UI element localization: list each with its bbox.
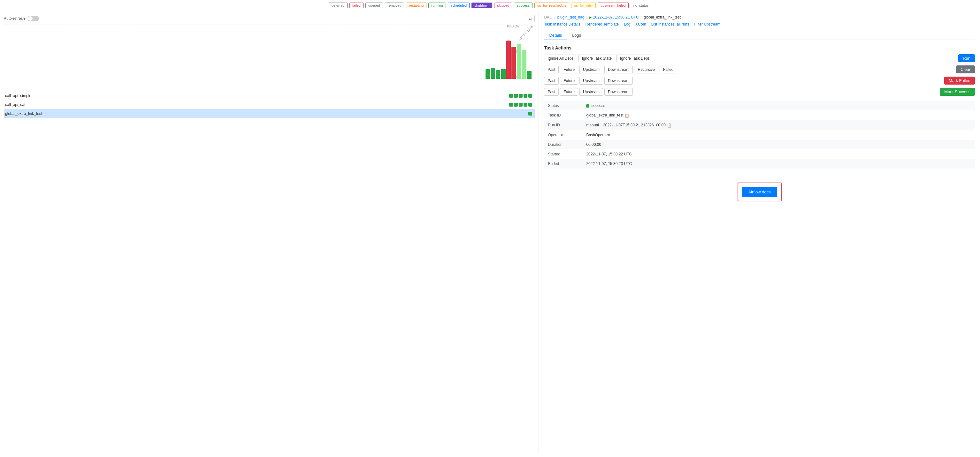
nav-link-xcom[interactable]: XCom	[635, 22, 646, 27]
task-status-dots	[528, 112, 535, 116]
status-bar: deferredfailedqueuedremovedrestartingrun…	[0, 0, 980, 11]
detail-value: 2022-11-07, 15:30:22 UTC	[582, 149, 975, 159]
detail-value: 2022-11-07, 15:30:23 UTC	[582, 159, 975, 168]
docs-area: Airflow docs	[738, 182, 782, 202]
pill-btn-upstream[interactable]: Upstream	[579, 77, 603, 84]
bar	[501, 68, 506, 79]
detail-row: Task IDglobal_extra_link_test📋	[544, 110, 975, 120]
task-row[interactable]: call_api_cat	[4, 100, 535, 109]
bar	[506, 41, 511, 79]
status-badge-running[interactable]: running	[428, 3, 446, 8]
chart-area: 00:00:02 00:00:01 00:00:00 Nov 04, 15:49	[4, 25, 535, 89]
status-green-dot	[586, 104, 589, 108]
pill-btn-future[interactable]: Future	[560, 88, 578, 96]
status-badge-upstream_failed[interactable]: upstream_failed	[598, 3, 628, 8]
pill-btn-past[interactable]: Past	[544, 77, 559, 84]
pill-btn-future[interactable]: Future	[560, 66, 578, 73]
pill-btn-ignore-task-state[interactable]: Ignore Task State	[579, 55, 615, 62]
pill-btn-past[interactable]: Past	[544, 88, 559, 96]
airflow-docs-button[interactable]: Airflow docs	[742, 187, 777, 197]
detail-value-text: BashOperator	[586, 133, 610, 137]
breadcrumb-task-name: global_extra_link_test	[644, 15, 681, 19]
status-badge-deferred[interactable]: deferred	[329, 3, 348, 8]
chart-grid	[4, 25, 531, 79]
status-badge-up_for_reschedule[interactable]: up_for_reschedule	[535, 3, 569, 8]
nav-link-rendered-template[interactable]: Rendered Template	[585, 22, 619, 27]
bar	[511, 47, 516, 79]
detail-row: OperatorBashOperator	[544, 130, 975, 140]
run-icon: ▶	[589, 16, 592, 19]
pill-btn-ignore-task-deps[interactable]: Ignore Task Deps	[616, 55, 653, 62]
detail-label: Task ID	[544, 110, 582, 120]
bar	[496, 70, 500, 79]
breadcrumb-sep-1: /	[554, 15, 555, 19]
detail-row: Ended2022-11-07, 15:30:23 UTC	[544, 159, 975, 168]
action-submit-clear[interactable]: Clear	[956, 65, 975, 73]
breadcrumb-run: ▶ 2022-11-07, 15:30:21 UTC	[589, 15, 639, 19]
pill-btn-future[interactable]: Future	[560, 77, 578, 84]
status-badge-up_for_retry[interactable]: up_for_retry	[571, 3, 596, 8]
copy-icon[interactable]: 📋	[667, 123, 671, 128]
detail-value-text: global_extra_link_test	[586, 113, 623, 117]
pill-btn-failed[interactable]: Failed	[660, 66, 677, 73]
status-badge-no_status[interactable]: no_status	[630, 3, 652, 8]
task-row[interactable]: call_api_simple	[4, 91, 535, 100]
nav-link-list-instances--all-runs[interactable]: List Instances, all runs	[651, 22, 689, 27]
status-badge-queued[interactable]: queued	[366, 3, 383, 8]
task-row[interactable]: global_extra_link_test	[4, 109, 535, 118]
status-badge-restarting[interactable]: restarting	[406, 3, 426, 8]
pill-btn-past[interactable]: Past	[544, 66, 559, 73]
action-btn-group: Ignore All DepsIgnore Task StateIgnore T…	[544, 55, 956, 62]
action-submit-run[interactable]: Run	[958, 54, 975, 62]
action-row: Ignore All DepsIgnore Task StateIgnore T…	[544, 54, 975, 62]
status-badge-failed[interactable]: failed	[350, 3, 364, 8]
action-row: PastFutureUpstreamDownstreamMark Success	[544, 88, 975, 96]
detail-value-text: 00:00:00	[586, 142, 601, 147]
auto-refresh-label: Auto-refresh	[4, 16, 25, 21]
detail-row: Run IDmanual__2022-11-07T15:30:21.213326…	[544, 120, 975, 130]
nav-link-filter-upstream[interactable]: Filter Upstream	[694, 22, 720, 27]
copy-icon[interactable]: 📋	[624, 113, 629, 118]
pill-btn-ignore-all-deps[interactable]: Ignore All Deps	[544, 55, 577, 62]
status-dot	[523, 103, 527, 106]
status-badge-scheduled[interactable]: scheduled	[448, 3, 469, 8]
pill-btn-recursive[interactable]: Recursive	[634, 66, 658, 73]
expand-button[interactable]: ⇄	[526, 15, 535, 22]
bar-group-1	[485, 68, 500, 79]
status-badge-shutdown[interactable]: shutdown	[471, 3, 492, 8]
status-badge-success[interactable]: success	[514, 3, 533, 8]
nav-link-task-instance-details[interactable]: Task Instance Details	[544, 22, 580, 27]
tab-logs[interactable]: Logs	[567, 31, 586, 40]
grid-line-bot	[4, 79, 531, 79]
action-submit-mark-success[interactable]: Mark Success	[940, 88, 975, 96]
pill-btn-upstream[interactable]: Upstream	[579, 88, 603, 96]
pill-btn-downstream[interactable]: Downstream	[605, 77, 633, 84]
bars-container	[485, 28, 531, 79]
auto-refresh-toggle[interactable]	[27, 16, 39, 21]
pill-btn-downstream[interactable]: Downstream	[605, 88, 633, 96]
pill-btn-upstream[interactable]: Upstream	[579, 66, 603, 73]
detail-value-text: 2022-11-07, 15:30:23 UTC	[586, 162, 632, 166]
detail-value: 00:00:00	[582, 140, 975, 149]
tab-details[interactable]: Details	[544, 31, 567, 40]
task-actions-title: Task Actions	[544, 45, 975, 51]
nav-link-log[interactable]: Log	[624, 22, 630, 27]
status-badge-skipped[interactable]: skipped	[494, 3, 512, 8]
action-submit-mark-failed[interactable]: Mark Failed	[944, 76, 975, 84]
status-dot	[514, 103, 518, 106]
status-badge-removed[interactable]: removed	[385, 3, 404, 8]
nav-tabs-top: Task Instance DetailsRendered TemplateLo…	[544, 22, 975, 27]
detail-label: Started	[544, 149, 582, 159]
pill-btn-downstream[interactable]: Downstream	[605, 66, 633, 73]
detail-value: success	[582, 101, 975, 110]
action-row: PastFutureUpstreamDownstreamMark Failed	[544, 76, 975, 84]
status-dot	[509, 94, 513, 98]
status-dot	[523, 94, 527, 98]
details-table: StatussuccessTask IDglobal_extra_link_te…	[544, 101, 975, 168]
status-dot	[528, 112, 532, 116]
detail-row: Duration00:00:00	[544, 140, 975, 149]
bar-group-3	[517, 44, 531, 79]
status-dot	[514, 94, 518, 98]
breadcrumb-run-name: 2022-11-07, 15:30:21 UTC	[593, 15, 639, 19]
action-btn-group: PastFutureUpstreamDownstreamRecursiveFai…	[544, 66, 953, 73]
